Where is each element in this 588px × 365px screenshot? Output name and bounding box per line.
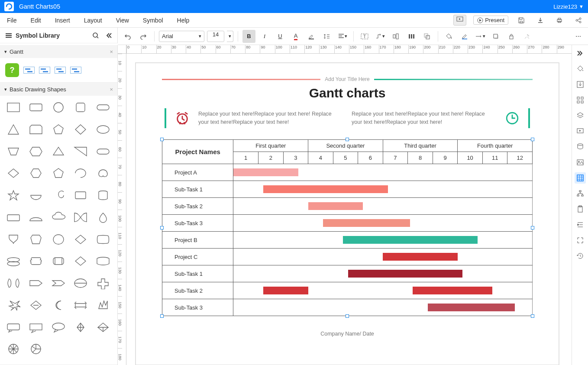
collapse-left-icon[interactable] [105, 32, 112, 39]
lock-button[interactable] [505, 30, 518, 43]
group-button[interactable] [420, 30, 433, 43]
shape-item[interactable] [49, 144, 68, 159]
shape-item[interactable] [27, 188, 45, 203]
shape-item[interactable] [27, 276, 45, 291]
menu-view[interactable]: View [113, 15, 132, 26]
shape-item[interactable] [71, 254, 90, 268]
shape-item[interactable] [71, 320, 90, 335]
fullscreen-icon[interactable] [575, 235, 586, 246]
shape-item[interactable] [94, 210, 112, 225]
shape-item[interactable] [27, 342, 45, 356]
section-gantt-header[interactable]: ▾ Gantt × [0, 45, 117, 58]
doc-title[interactable]: Gantt charts [162, 86, 533, 100]
shape-item[interactable] [4, 254, 23, 268]
shape-item[interactable] [4, 232, 23, 247]
presentation-icon[interactable] [575, 126, 586, 137]
print-icon[interactable] [553, 14, 565, 26]
shape-item[interactable] [27, 100, 45, 115]
database-icon[interactable] [575, 141, 586, 152]
underline-button[interactable]: U [274, 30, 287, 43]
share-icon[interactable] [572, 14, 585, 26]
shape-item[interactable] [27, 210, 45, 225]
shape-item[interactable] [4, 122, 23, 137]
history-icon[interactable] [575, 250, 586, 262]
shape-item[interactable] [4, 342, 23, 356]
more-button[interactable]: ⋯ [572, 30, 585, 43]
shape-item[interactable] [27, 320, 45, 335]
download-icon[interactable] [534, 14, 546, 26]
shape-item[interactable] [94, 166, 112, 181]
bold-button[interactable]: B [242, 30, 255, 43]
menu-help[interactable]: Help [174, 15, 193, 26]
undo-button[interactable] [121, 30, 134, 43]
fill-button[interactable] [443, 30, 456, 43]
menu-symbol[interactable]: Symbol [139, 15, 167, 26]
shape-item[interactable] [94, 122, 112, 137]
shape-item[interactable] [49, 100, 68, 115]
distribute-button[interactable] [405, 30, 418, 43]
close-icon[interactable]: × [110, 48, 113, 55]
shape-item[interactable] [4, 144, 23, 159]
font-family-combo[interactable]: Arial▾ [159, 31, 204, 42]
shadow-button[interactable] [489, 30, 502, 43]
shape-item[interactable] [71, 122, 90, 137]
shape-item[interactable] [94, 188, 112, 203]
canvas-area[interactable]: 0102030405060708090100110120130140150160… [118, 45, 572, 365]
export-icon[interactable] [575, 79, 586, 90]
components-icon[interactable] [575, 94, 586, 106]
save-icon[interactable] [515, 14, 527, 26]
shape-item[interactable] [4, 320, 23, 335]
doc-footer[interactable]: Company Name/ Date [320, 331, 374, 337]
slideshow-button[interactable] [453, 15, 466, 26]
shape-item[interactable] [71, 232, 90, 247]
shape-item[interactable] [71, 210, 90, 225]
search-icon[interactable] [92, 32, 99, 39]
font-size-dropdown[interactable]: ▾ [227, 31, 233, 42]
shape-item[interactable] [49, 166, 68, 181]
align-objects-button[interactable] [389, 30, 402, 43]
shape-item[interactable] [27, 144, 45, 159]
user-menu[interactable]: Lizzie123 ▼ [553, 3, 584, 10]
expand-right-icon[interactable] [575, 48, 586, 59]
font-size-combo[interactable]: 14 [207, 31, 224, 42]
shape-item[interactable] [4, 188, 23, 203]
gantt-table[interactable]: Project NamesFirst quarterSecond quarter… [162, 139, 533, 316]
shape-item[interactable] [4, 100, 23, 115]
line-style-button[interactable]: ▾ [474, 30, 487, 43]
table-icon[interactable] [575, 172, 586, 184]
shape-item[interactable] [27, 166, 45, 181]
shape-item[interactable] [94, 144, 112, 159]
connector-button[interactable]: ▾ [374, 30, 387, 43]
layers-icon[interactable] [575, 110, 586, 121]
italic-button[interactable]: I [258, 30, 271, 43]
shape-item[interactable] [49, 122, 68, 137]
shape-item[interactable] [27, 122, 45, 137]
gantt-shape-3[interactable] [55, 67, 66, 74]
gantt-shape-1[interactable] [23, 67, 35, 74]
document-page[interactable]: Add Your Title Here Gantt charts Replace… [135, 62, 559, 365]
indent-icon[interactable] [575, 219, 586, 230]
shape-item[interactable] [94, 298, 112, 313]
shape-item[interactable] [4, 166, 23, 181]
menu-edit[interactable]: Edit [27, 15, 45, 26]
present-button[interactable]: Present [473, 16, 508, 25]
shape-item[interactable] [49, 188, 68, 203]
sitemap-icon[interactable] [575, 188, 586, 199]
image-icon[interactable] [575, 157, 586, 168]
redo-button[interactable] [137, 30, 150, 43]
menu-file[interactable]: File [3, 15, 20, 26]
gantt-chart[interactable]: Project NamesFirst quarterSecond quarter… [162, 139, 533, 316]
shape-item[interactable] [49, 298, 68, 313]
shape-item[interactable] [71, 188, 90, 203]
shape-item[interactable] [94, 320, 112, 335]
help-icon[interactable]: ? [5, 63, 19, 77]
align-button[interactable]: ▾ [336, 30, 349, 43]
shape-item[interactable] [4, 298, 23, 313]
shape-item[interactable] [27, 254, 45, 268]
shape-item[interactable] [49, 276, 68, 291]
shape-item[interactable] [94, 100, 112, 115]
clipboard-icon[interactable] [575, 203, 586, 215]
shape-item[interactable] [49, 254, 68, 268]
gantt-shape-2[interactable] [39, 67, 50, 74]
shape-item[interactable] [49, 210, 68, 225]
